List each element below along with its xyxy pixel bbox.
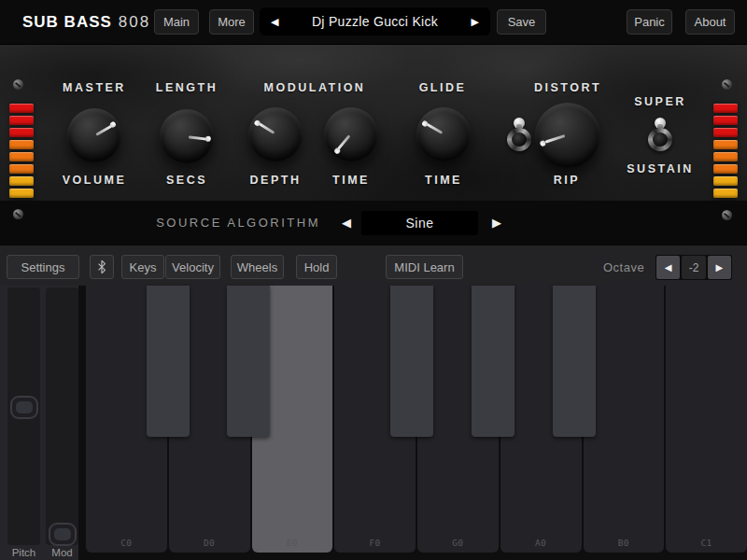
keyboard: C0D0E0F0G0A0B0C1 xyxy=(86,286,747,553)
knob-indicator-dot xyxy=(204,135,211,142)
preset-next-icon[interactable]: ▶ xyxy=(472,7,479,35)
glide-time-knob[interactable] xyxy=(416,107,471,161)
black-key-A#0[interactable] xyxy=(553,286,596,437)
preset-prev-icon[interactable]: ◀ xyxy=(271,7,278,35)
panic-button[interactable]: Panic xyxy=(627,9,672,35)
led-segment-amber xyxy=(713,189,738,198)
led-segment-red xyxy=(9,104,34,113)
octave-value: -2 xyxy=(682,256,705,279)
led-segment-red xyxy=(713,104,738,113)
led-segment-orange xyxy=(9,164,34,174)
octave-down-button[interactable]: ◀ xyxy=(656,256,680,279)
modulation-label: MODULATION xyxy=(264,81,366,94)
key-label: F0 xyxy=(334,538,416,548)
key-label: C1 xyxy=(666,538,747,548)
preset-selector[interactable]: ◀ Dj Puzzle Gucci Kick ▶ xyxy=(260,7,490,35)
modulation-time-knob[interactable] xyxy=(324,107,378,161)
more-button[interactable]: More xyxy=(209,9,254,35)
super-sustain-toggle-switch[interactable] xyxy=(647,118,673,151)
led-segment-orange xyxy=(713,140,738,149)
main-button[interactable]: Main xyxy=(154,9,199,35)
led-segment-orange xyxy=(713,164,738,174)
led-segment-amber xyxy=(713,176,738,186)
octave-up-button[interactable]: ▶ xyxy=(708,256,731,279)
knob-panel: MASTER VOLUME LENGTH SECS MODULATION DEP… xyxy=(0,44,747,201)
synth-app-window: SUB BASS 808 Main More ◀ Dj Puzzle Gucci… xyxy=(0,0,747,560)
master-volume-knob[interactable] xyxy=(67,108,121,162)
black-key-D#0[interactable] xyxy=(227,286,270,437)
led-segment-orange xyxy=(713,152,738,161)
distort-rip-knob[interactable] xyxy=(535,103,600,168)
super-label: SUPER xyxy=(634,95,686,108)
sustain-label: SUSTAIN xyxy=(627,162,693,175)
app-title-text: SUB BASS xyxy=(22,13,112,32)
glide-label: GLIDE xyxy=(419,81,467,94)
mod-label: Mod xyxy=(46,545,78,560)
hold-button[interactable]: Hold xyxy=(296,255,337,279)
velocity-button[interactable]: Velocity xyxy=(165,255,220,279)
screw-icon xyxy=(722,210,732,220)
algorithm-prev-icon[interactable]: ◀ xyxy=(342,201,351,245)
depth-label: DEPTH xyxy=(250,174,302,187)
secs-label: SECS xyxy=(166,174,207,187)
octave-control: ◀ -2 ▶ xyxy=(655,255,732,280)
white-key-C1[interactable]: C1 xyxy=(666,286,747,553)
bluetooth-icon xyxy=(96,259,107,274)
control-bar: Settings Keys Velocity Wheels Hold MIDI … xyxy=(0,245,747,286)
screw-icon xyxy=(13,79,23,90)
about-button[interactable]: About xyxy=(685,9,735,35)
title-bar: SUB BASS 808 Main More ◀ Dj Puzzle Gucci… xyxy=(0,0,747,44)
black-key-F#0[interactable] xyxy=(390,286,433,437)
algorithm-value[interactable]: Sine xyxy=(361,211,478,235)
toggle-base xyxy=(507,128,531,151)
key-label: C0 xyxy=(86,538,167,548)
rip-label: RIP xyxy=(554,174,580,187)
save-button[interactable]: Save xyxy=(497,9,546,35)
bluetooth-button[interactable] xyxy=(90,255,114,279)
mod-wheel-thumb[interactable] xyxy=(49,523,77,546)
black-key-C#0[interactable] xyxy=(147,286,190,437)
length-label: LENGTH xyxy=(156,81,218,94)
wheel-panel: Pitch Mod xyxy=(0,286,78,560)
key-label: E0 xyxy=(252,538,333,548)
key-label: B0 xyxy=(584,538,665,548)
preset-name: Dj Puzzle Gucci Kick xyxy=(312,14,438,29)
pitch-wheel-thumb[interactable] xyxy=(10,396,38,419)
led-segment-orange xyxy=(9,140,34,149)
pitch-wheel[interactable] xyxy=(7,287,40,545)
led-segment-amber xyxy=(9,176,34,186)
key-label: D0 xyxy=(169,538,250,548)
keys-button[interactable]: Keys xyxy=(121,255,164,279)
app-title-number: 808 xyxy=(119,13,150,32)
glide-time-label: TIME xyxy=(425,174,462,187)
modulation-depth-knob[interactable] xyxy=(248,107,303,161)
key-label: G0 xyxy=(417,538,499,548)
led-segment-red xyxy=(9,116,34,125)
led-segment-red xyxy=(713,128,738,137)
source-algorithm-row: SOURCE ALGORITHM ◀ Sine ▶ xyxy=(0,201,747,245)
screw-icon xyxy=(722,79,732,90)
source-algorithm-label: SOURCE ALGORITHM xyxy=(0,201,320,245)
master-label: MASTER xyxy=(63,81,126,94)
distort-label: DISTORT xyxy=(534,81,601,94)
algorithm-next-icon[interactable]: ▶ xyxy=(492,201,501,245)
pitch-label: Pitch xyxy=(7,545,40,560)
key-label: A0 xyxy=(500,538,582,548)
led-segment-amber xyxy=(9,189,34,198)
settings-button[interactable]: Settings xyxy=(7,255,79,279)
toggle-base xyxy=(648,128,672,151)
led-segment-red xyxy=(9,128,34,137)
right-led-meter xyxy=(713,104,738,213)
black-key-G#0[interactable] xyxy=(472,286,514,437)
length-secs-knob[interactable] xyxy=(160,109,214,163)
mod-wheel[interactable] xyxy=(46,287,78,545)
left-led-meter xyxy=(9,104,34,213)
app-title: SUB BASS 808 xyxy=(22,0,150,44)
led-segment-red xyxy=(713,116,738,125)
octave-label: Octave xyxy=(603,255,644,279)
keyboard-area: Pitch Mod C0D0E0F0G0A0B0C1 xyxy=(0,286,747,560)
modulation-time-label: TIME xyxy=(332,174,370,187)
led-segment-orange xyxy=(9,152,34,161)
wheels-button[interactable]: Wheels xyxy=(231,255,284,279)
midi-learn-button[interactable]: MIDI Learn xyxy=(386,255,463,279)
